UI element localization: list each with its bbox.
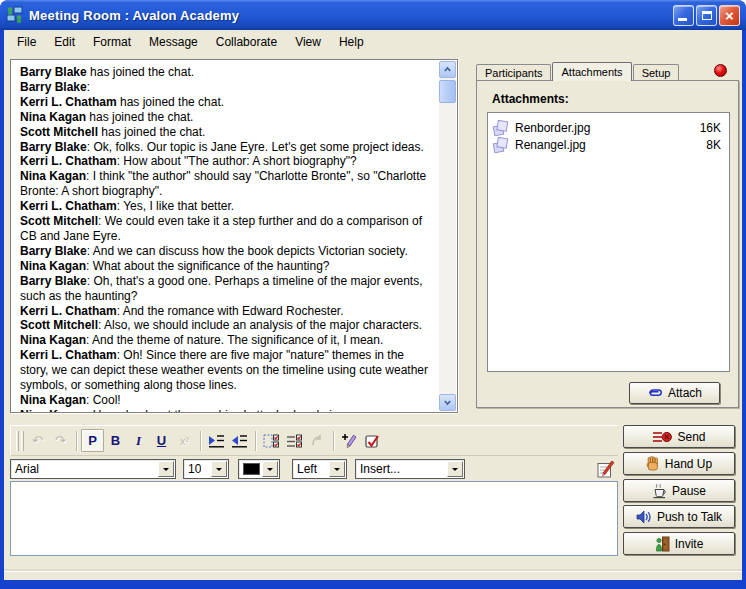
select-items-button[interactable] [260,429,283,452]
pause-button-label: Pause [672,484,706,498]
chat-line: Nina Kagan: Cool! [20,393,435,408]
scroll-up-button[interactable] [439,61,456,78]
hand-up-button[interactable]: Hand Up [623,452,735,475]
file-notes-icon [492,137,510,153]
attachment-row[interactable]: Renborder.jpg 16K [492,119,725,136]
underline-button[interactable]: U [150,429,173,452]
bold-button[interactable]: B [104,429,127,452]
menu-item[interactable]: Collaborate [207,33,286,51]
checklist-button[interactable] [283,429,306,452]
send-button[interactable]: Send [623,425,735,448]
toolbar-separator [76,431,77,451]
chat-author: Nina Kagan [20,169,86,183]
chat-line: Kerri L. Chatham: Oh! Since there are fi… [20,348,435,393]
indent-decrease-button[interactable] [228,429,251,452]
client-area: FileEditFormatMessageCollaborateViewHelp… [4,30,742,580]
app-icon [6,6,24,24]
chat-message-text: : And the romance with Edward Rochester. [117,304,344,318]
toolbar-grip[interactable] [21,431,24,451]
chat-author: Nina Kagan [20,408,86,412]
chat-author: Scott Mitchell [20,125,98,139]
panel-tabs: ParticipantsAttachmentsSetup [476,62,680,81]
note-edit-icon[interactable] [597,460,616,479]
chevron-down-icon[interactable] [158,461,174,477]
chat-author: Barry Blake [20,80,87,94]
title-bar[interactable]: Meeting Room : Avalon Academy × [0,0,746,30]
undo-button[interactable]: ↶ [26,429,49,452]
checkbox-select-icon [263,433,280,449]
font-size-select[interactable]: 10 [183,459,229,479]
menu-bar: FileEditFormatMessageCollaborateViewHelp [4,32,742,52]
push-to-talk-button[interactable]: Push to Talk [623,505,735,528]
add-annotation-button[interactable] [338,429,361,452]
chat-line: Kerri L. Chatham: Yes, I like that bette… [20,199,435,214]
chat-line: Scott Mitchell: Also, we should include … [20,318,435,333]
font-family-select[interactable]: Arial [10,459,176,479]
chat-author: Barry Blake [20,65,87,79]
close-icon: × [720,6,739,25]
italic-button[interactable]: I [127,429,150,452]
align-select[interactable]: Left [292,459,347,479]
font-size-value: 10 [188,462,201,476]
chat-author: Kerri L. Chatham [20,154,117,168]
redo-button[interactable]: ↷ [49,429,72,452]
tab[interactable]: Participants [476,64,551,81]
chat-line: Nina Kagan: Hey, check out the graphics … [20,408,435,412]
text-style-button[interactable]: x² [173,429,196,452]
chevron-down-icon[interactable] [447,461,463,477]
minimize-button[interactable] [673,5,694,26]
chat-author: Nina Kagan [20,259,86,273]
chat-author: Barry Blake [20,274,87,288]
pause-button[interactable]: Pause [623,479,735,502]
menu-item[interactable]: Format [84,33,140,51]
scroll-down-button[interactable] [439,394,456,411]
chat-author: Kerri L. Chatham [20,95,117,109]
menu-item[interactable]: View [286,33,330,51]
tab[interactable]: Setup [633,64,680,81]
spell-check-button[interactable] [361,429,384,452]
send-button-label: Send [677,430,705,444]
minimize-icon [678,18,687,21]
chat-message-text: : How about "The author: A short biograp… [117,154,357,168]
attachments-label: Attachments: [492,92,569,106]
chat-author: Barry Blake [20,140,87,154]
message-input[interactable] [10,481,618,556]
attachments-list[interactable]: Renborder.jpg 16K Renangel.jpg 8K [487,112,730,372]
attach-button-label: Attach [668,386,702,400]
push-to-talk-icon [636,510,652,524]
attachment-row[interactable]: Renangel.jpg 8K [492,136,725,153]
annotation-icon [310,433,325,448]
chat-transcript[interactable]: Barry Blake has joined the chat. Barry B… [10,59,458,413]
menu-item[interactable]: Message [140,33,207,51]
font-color-swatch [243,463,260,475]
toolbar-separator [200,431,201,451]
menu-item[interactable]: File [8,33,45,51]
toolbar-grip[interactable] [16,431,19,451]
chat-scrollbar[interactable] [439,61,456,411]
invite-button[interactable]: Invite [623,532,735,555]
pencil-add-icon [341,433,358,449]
insert-select[interactable]: Insert... [355,459,465,479]
menu-item[interactable]: Help [330,33,373,51]
close-button[interactable]: × [719,5,740,26]
chevron-down-icon[interactable] [262,461,278,477]
maximize-button[interactable] [696,5,717,26]
chat-message-text: : And we can discuss how the book depict… [87,244,408,258]
chevron-down-icon[interactable] [329,461,345,477]
indent-increase-button[interactable] [205,429,228,452]
attachment-size: 16K [700,121,725,135]
font-color-select[interactable] [238,459,280,479]
align-value: Left [297,462,317,476]
menu-item[interactable]: Edit [45,33,84,51]
chat-line: Kerri L. Chatham has joined the chat. [20,95,435,110]
chevron-down-icon[interactable] [211,461,227,477]
scrollbar-thumb[interactable] [439,80,456,103]
chat-message-text: : And the theme of nature. The significa… [86,333,383,347]
attach-button[interactable]: Attach [629,382,720,404]
chat-message-text: : Also, we should include an analysis of… [98,318,422,332]
paragraph-style-button[interactable]: P [81,429,104,452]
font-format-row: Arial 10 Left Insert... [10,458,618,480]
annotation-button[interactable] [306,429,329,452]
superscript-icon: x² [180,435,189,447]
tab[interactable]: Attachments [552,62,631,81]
